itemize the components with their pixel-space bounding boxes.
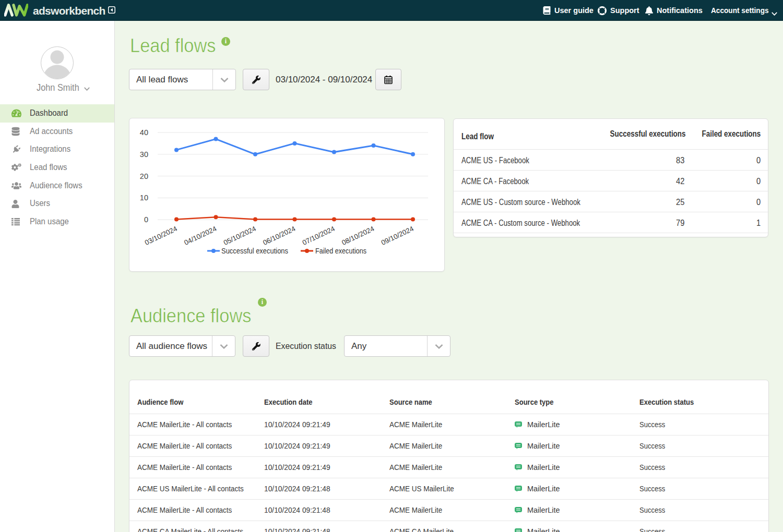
svg-text:Failed executions: Failed executions xyxy=(315,246,366,255)
svg-text:10: 10 xyxy=(140,194,148,202)
svg-text:04/10/2024: 04/10/2024 xyxy=(183,224,218,247)
svg-text:09/10/2024: 09/10/2024 xyxy=(380,224,415,247)
svg-text:06/10/2024: 06/10/2024 xyxy=(262,224,296,247)
svg-text:0: 0 xyxy=(144,215,148,224)
svg-text:08/10/2024: 08/10/2024 xyxy=(340,224,375,247)
svg-text:Successful executions: Successful executions xyxy=(221,246,288,255)
svg-text:07/10/2024: 07/10/2024 xyxy=(301,224,336,247)
svg-text:05/10/2024: 05/10/2024 xyxy=(222,224,257,247)
svg-text:30: 30 xyxy=(140,150,148,159)
svg-text:40: 40 xyxy=(140,128,148,137)
svg-text:03/10/2024: 03/10/2024 xyxy=(144,224,179,247)
svg-text:20: 20 xyxy=(140,172,148,180)
